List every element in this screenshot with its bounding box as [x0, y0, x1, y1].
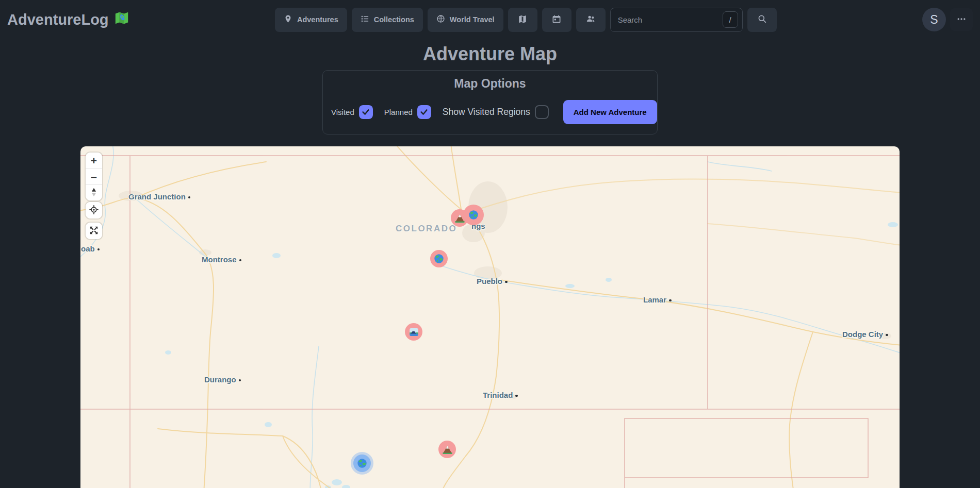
search-input[interactable] [614, 15, 723, 24]
navbar: AdventureLog Adventures Collections [0, 0, 980, 39]
page-title: Adventure Map [0, 43, 980, 65]
nav-users-button[interactable] [576, 8, 606, 32]
city-dot [669, 299, 672, 302]
search-shortcut-key: / [723, 11, 738, 28]
nav-adventures-button[interactable]: Adventures [275, 8, 347, 32]
app-logo[interactable]: AdventureLog [7, 10, 129, 29]
globe-emoji-icon [433, 253, 445, 264]
ellipsis-icon [956, 14, 967, 26]
add-new-adventure-button[interactable]: Add New Adventure [563, 100, 657, 124]
globe-emoji-icon [468, 209, 479, 221]
globe-emoji-icon [356, 458, 368, 469]
list-icon [361, 14, 369, 25]
nav-calendar-button[interactable] [542, 8, 571, 32]
map-marker-globe-visited[interactable] [430, 250, 448, 267]
toggle-group: VisitedPlannedShow Visited Regions [331, 105, 549, 119]
toggle-label: Visited [331, 108, 354, 116]
checkbox-planned[interactable] [417, 105, 431, 119]
city-label: oab [81, 244, 100, 253]
toggle-show-visited-regions: Show Visited Regions [443, 105, 549, 119]
globe-icon [436, 14, 445, 25]
state-label-colorado: COLORADO [396, 224, 457, 234]
city-dot [239, 379, 241, 382]
checkbox-visited[interactable] [359, 105, 373, 119]
toggle-planned: Planned [384, 105, 431, 119]
map-marker-globe-planned[interactable] [353, 455, 371, 472]
city-label: Dodge City [842, 330, 888, 339]
zoom-in-button[interactable]: + [86, 153, 102, 169]
main-nav: Adventures Collections World Travel [275, 8, 777, 32]
compass-button[interactable] [86, 184, 102, 200]
zoom-out-button[interactable]: − [86, 169, 102, 184]
geolocate-control-group [86, 202, 102, 218]
nav-map-button[interactable] [508, 8, 537, 32]
app-name: AdventureLog [7, 11, 109, 28]
navbar-right: S [922, 8, 973, 31]
fullscreen-icon [89, 225, 99, 237]
map-icon [518, 14, 527, 25]
avatar-initial: S [930, 13, 938, 27]
city-dot [515, 395, 518, 397]
adventure-map-canvas[interactable]: COLORADO ngs Grand JunctionoabMontroseDu… [80, 146, 900, 488]
overflow-menu-button[interactable] [950, 8, 973, 31]
zoom-control-group: + − [86, 153, 102, 200]
city-dot [886, 334, 888, 336]
city-label: Pueblo [477, 277, 508, 285]
fullscreen-button[interactable] [86, 223, 102, 239]
basemap-graphics [80, 146, 900, 488]
users-icon [586, 14, 596, 25]
map-options-card: Map Options VisitedPlannedShow Visited R… [322, 70, 658, 134]
nav-collections-button[interactable]: Collections [352, 8, 423, 32]
city-label: Montrose [202, 255, 241, 264]
nav-collections-label: Collections [374, 15, 414, 24]
fullscreen-control-group [86, 223, 102, 239]
calendar-icon [552, 14, 561, 25]
city-label: Durango [204, 375, 241, 384]
map-emoji-icon [114, 10, 129, 29]
map-marker-globe-visited[interactable] [463, 205, 484, 225]
nav-world-travel-button[interactable]: World Travel [428, 8, 503, 32]
city-label: Trinidad [483, 391, 518, 399]
nav-adventures-label: Adventures [297, 15, 338, 24]
geolocate-icon [89, 205, 99, 216]
city-label: Lamar [643, 295, 672, 304]
minus-icon: − [91, 172, 97, 182]
map-options-title: Map Options [331, 77, 649, 91]
toggle-label: Show Visited Regions [443, 107, 530, 117]
toggle-label: Planned [384, 108, 413, 116]
plus-icon: + [91, 155, 97, 166]
park-emoji-icon [409, 327, 419, 338]
city-dot [505, 281, 508, 283]
geolocate-button[interactable] [86, 202, 102, 218]
pin-icon [284, 14, 292, 25]
nav-world-travel-label: World Travel [450, 15, 495, 24]
city-dot [97, 248, 100, 251]
search-icon [757, 14, 767, 25]
city-label: Grand Junction [128, 192, 190, 201]
map-marker-mountain-visited[interactable] [438, 441, 456, 458]
user-avatar[interactable]: S [922, 8, 946, 31]
toggle-visited: Visited [331, 105, 373, 119]
map-options-row: VisitedPlannedShow Visited Regions Add N… [331, 98, 649, 126]
search-button[interactable] [747, 8, 777, 32]
mountain-emoji-icon [442, 444, 453, 455]
compass-icon [90, 187, 98, 199]
checkbox-show-visited-regions[interactable] [535, 105, 549, 119]
city-dot [239, 259, 242, 262]
city-dot [188, 196, 191, 199]
map-marker-park-visited[interactable] [405, 323, 422, 341]
search-box: / [610, 8, 743, 32]
